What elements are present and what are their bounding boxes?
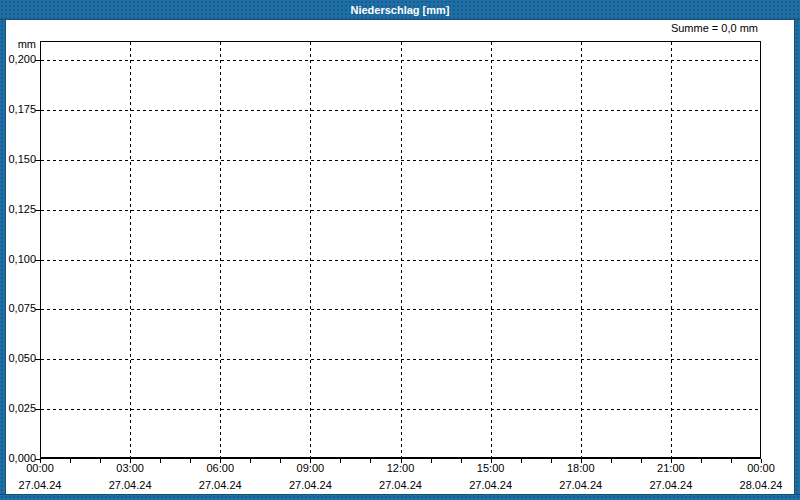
x-axis-minor-tick bbox=[581, 459, 582, 463]
v-gridline bbox=[671, 42, 672, 457]
x-axis-minor-tick bbox=[701, 459, 702, 463]
x-tick-time-label: 12:00 bbox=[361, 462, 441, 475]
x-tick-date-label: 27.04.24 bbox=[361, 479, 441, 492]
x-axis-minor-tick bbox=[521, 459, 522, 463]
x-axis-minor-tick bbox=[250, 459, 251, 463]
x-tick-date-label: 27.04.24 bbox=[180, 479, 260, 492]
x-tick-date-label: 27.04.24 bbox=[90, 479, 170, 492]
x-axis-minor-tick bbox=[340, 459, 341, 463]
x-axis-minor-tick bbox=[611, 459, 612, 463]
window-titlebar[interactable]: Niederschlag [mm] bbox=[0, 0, 800, 20]
v-gridline bbox=[491, 42, 492, 457]
x-tick-time-label: 03:00 bbox=[90, 462, 170, 475]
x-axis-minor-tick bbox=[100, 459, 101, 463]
sum-label: Summe = 0,0 mm bbox=[671, 22, 758, 35]
window-title: Niederschlag [mm] bbox=[350, 1, 449, 20]
x-tick-time-label: 00:00 bbox=[721, 462, 800, 475]
v-gridline bbox=[220, 42, 221, 457]
x-tick-date-label: 27.04.24 bbox=[270, 479, 350, 492]
window-border-bottom bbox=[0, 494, 800, 500]
v-gridline bbox=[130, 42, 131, 457]
x-axis-minor-tick bbox=[551, 459, 552, 463]
x-axis-minor-tick bbox=[40, 459, 41, 463]
x-axis-minor-tick bbox=[310, 459, 311, 463]
x-tick-date-label: 27.04.24 bbox=[0, 479, 80, 492]
v-gridline bbox=[310, 42, 311, 457]
x-tick-date-label: 27.04.24 bbox=[451, 479, 531, 492]
x-tick-date-label: 27.04.24 bbox=[631, 479, 711, 492]
x-axis-minor-tick bbox=[431, 459, 432, 463]
x-axis-minor-tick bbox=[461, 459, 462, 463]
x-axis-minor-tick bbox=[671, 459, 672, 463]
x-tick-time-label: 18:00 bbox=[541, 462, 621, 475]
x-axis-minor-tick bbox=[401, 459, 402, 463]
v-gridline bbox=[401, 42, 402, 457]
x-axis-minor-tick bbox=[761, 459, 762, 463]
x-tick-date-label: 28.04.24 bbox=[721, 479, 800, 492]
x-tick-time-label: 15:00 bbox=[451, 462, 531, 475]
x-axis-minor-tick bbox=[370, 459, 371, 463]
x-tick-time-label: 21:00 bbox=[631, 462, 711, 475]
x-axis-minor-tick bbox=[641, 459, 642, 463]
x-axis-minor-tick bbox=[160, 459, 161, 463]
v-gridline bbox=[581, 42, 582, 457]
x-tick-date-label: 27.04.24 bbox=[541, 479, 621, 492]
x-axis-minor-tick bbox=[70, 459, 71, 463]
x-axis-minor-tick bbox=[731, 459, 732, 463]
window-border-right bbox=[794, 20, 800, 500]
x-axis-minor-tick bbox=[280, 459, 281, 463]
x-tick-time-label: 06:00 bbox=[180, 462, 260, 475]
window-border-left bbox=[0, 20, 6, 500]
x-tick-time-label: 00:00 bbox=[0, 462, 80, 475]
x-axis-minor-tick bbox=[220, 459, 221, 463]
x-axis-minor-tick bbox=[491, 459, 492, 463]
x-axis-minor-tick bbox=[190, 459, 191, 463]
x-axis-minor-tick bbox=[130, 459, 131, 463]
chart-window: Niederschlag [mm] Summe = 0,0 mm mm 0,20… bbox=[0, 0, 800, 500]
x-tick-time-label: 09:00 bbox=[270, 462, 350, 475]
plot-area bbox=[40, 41, 761, 459]
